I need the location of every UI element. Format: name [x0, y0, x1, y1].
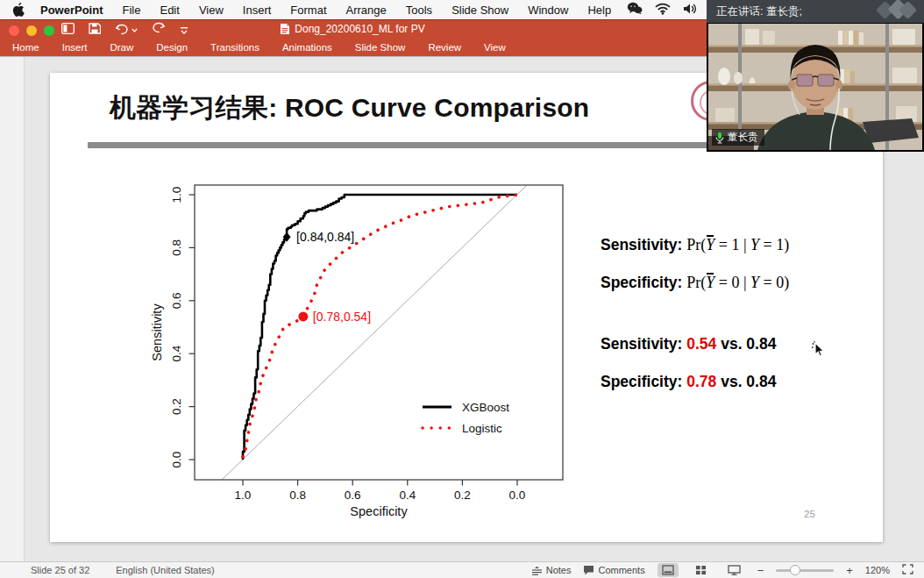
- fit-slide-button[interactable]: [902, 564, 913, 576]
- specificity-comparison: Specificity: 0.78 vs. 0.84: [601, 373, 776, 391]
- screen: PowerPoint File Edit View Insert Format …: [0, 0, 924, 578]
- tab-slideshow[interactable]: Slide Show: [355, 42, 406, 53]
- menu-tools[interactable]: Tools: [406, 4, 432, 17]
- notes-button[interactable]: Notes: [531, 565, 572, 575]
- wechat-icon[interactable]: [627, 2, 643, 18]
- menu-arrange[interactable]: Arrange: [346, 4, 387, 17]
- tab-insert[interactable]: Insert: [62, 42, 88, 53]
- svg-text:0.8: 0.8: [289, 489, 306, 502]
- document-title: Dong_20200610_ML for PV: [0, 23, 705, 35]
- speaking-now-label: 正在讲话: 董长贵;: [716, 4, 802, 19]
- svg-text:1.0: 1.0: [170, 187, 183, 203]
- svg-text:0.6: 0.6: [345, 489, 361, 502]
- tab-draw[interactable]: Draw: [110, 42, 133, 53]
- status-bar: Slide 25 of 32 English (United States) N…: [0, 561, 924, 578]
- fit-slide-icon: [902, 564, 913, 574]
- slide-sorter-view-button[interactable]: [691, 563, 712, 577]
- tab-view[interactable]: View: [484, 42, 506, 53]
- video-call-header[interactable]: 正在讲话: 董长贵;: [707, 0, 924, 23]
- participant-name-tag: 董长贵: [712, 129, 764, 146]
- svg-text:0.4: 0.4: [170, 345, 183, 361]
- slide-title: 机器学习结果: ROC Curve Comparison: [110, 90, 589, 126]
- svg-text:[0.78,0.54]: [0.78,0.54]: [313, 310, 371, 324]
- slide-page-number: 25: [804, 509, 815, 519]
- apple-menu-icon[interactable]: [12, 3, 25, 17]
- svg-text:0.2: 0.2: [170, 398, 183, 415]
- svg-text:Sensitivity: Sensitivity: [150, 303, 164, 361]
- menu-format[interactable]: Format: [290, 4, 326, 17]
- mouse-cursor: [811, 341, 827, 362]
- svg-text:XGBoost: XGBoost: [462, 401, 509, 414]
- zoom-level-label[interactable]: 120%: [865, 565, 890, 575]
- participant-video-feed[interactable]: 董长贵: [707, 23, 924, 152]
- menu-powerpoint[interactable]: PowerPoint: [40, 4, 103, 17]
- tab-review[interactable]: Review: [428, 42, 461, 53]
- svg-text:0.8: 0.8: [170, 239, 183, 256]
- comments-button[interactable]: Comments: [583, 565, 644, 575]
- microphone-icon: [715, 132, 724, 144]
- tab-animations[interactable]: Animations: [282, 42, 332, 53]
- language-label[interactable]: English (United States): [116, 565, 215, 575]
- svg-text:0.2: 0.2: [454, 489, 471, 502]
- normal-view-icon: [662, 565, 674, 575]
- svg-text:1.0: 1.0: [235, 489, 252, 502]
- menu-edit[interactable]: Edit: [160, 4, 179, 17]
- specificity-definition: Specificity: Pr(Y = 0 | Y = 0): [601, 274, 789, 292]
- menu-file[interactable]: File: [123, 4, 141, 17]
- slide-counter: Slide 25 of 32: [31, 565, 89, 575]
- zoom-in-button[interactable]: +: [846, 564, 853, 577]
- wifi-icon[interactable]: [655, 3, 671, 18]
- svg-text:0.6: 0.6: [170, 292, 183, 309]
- slideshow-view-button[interactable]: [724, 563, 745, 577]
- menu-help[interactable]: Help: [587, 4, 611, 17]
- tab-transitions[interactable]: Transitions: [210, 42, 259, 53]
- menu-view[interactable]: View: [199, 4, 224, 17]
- roc-chart: [0.84,0.84][0.78,0.54]1.00.80.60.40.20.0…: [140, 172, 579, 532]
- zoom-slider[interactable]: [776, 569, 834, 572]
- document-icon: [280, 23, 290, 35]
- video-call-overlay[interactable]: 正在讲话: 董长贵;: [707, 0, 924, 152]
- slideshow-icon: [728, 565, 741, 575]
- volume-icon[interactable]: [683, 3, 698, 18]
- tab-design[interactable]: Design: [156, 42, 188, 53]
- sensitivity-comparison: Sensitivity: 0.54 vs. 0.84: [601, 335, 776, 353]
- tab-home[interactable]: Home: [12, 42, 39, 53]
- menu-window[interactable]: Window: [528, 4, 568, 17]
- slide-thumbnail-panel-collapsed[interactable]: [0, 57, 25, 562]
- zoom-slider-thumb[interactable]: [790, 565, 800, 575]
- slide-sorter-icon: [695, 565, 707, 575]
- svg-text:Specificity: Specificity: [350, 504, 408, 518]
- svg-text:0.0: 0.0: [509, 489, 526, 502]
- svg-text:[0.84,0.84]: [0.84,0.84]: [296, 230, 354, 244]
- menu-slideshow[interactable]: Slide Show: [451, 4, 508, 17]
- comments-icon: [583, 565, 594, 575]
- sensitivity-definition: Sensitivity: Pr(Y = 1 | Y = 1): [601, 236, 789, 254]
- menu-insert[interactable]: Insert: [243, 4, 272, 17]
- meeting-app-logo-icon: [871, 0, 917, 24]
- notes-icon: [531, 566, 543, 575]
- svg-text:0.0: 0.0: [170, 452, 183, 468]
- svg-text:Logistic: Logistic: [462, 422, 502, 435]
- normal-view-button[interactable]: [657, 563, 679, 577]
- svg-text:0.4: 0.4: [399, 489, 416, 502]
- zoom-out-button[interactable]: −: [757, 564, 764, 577]
